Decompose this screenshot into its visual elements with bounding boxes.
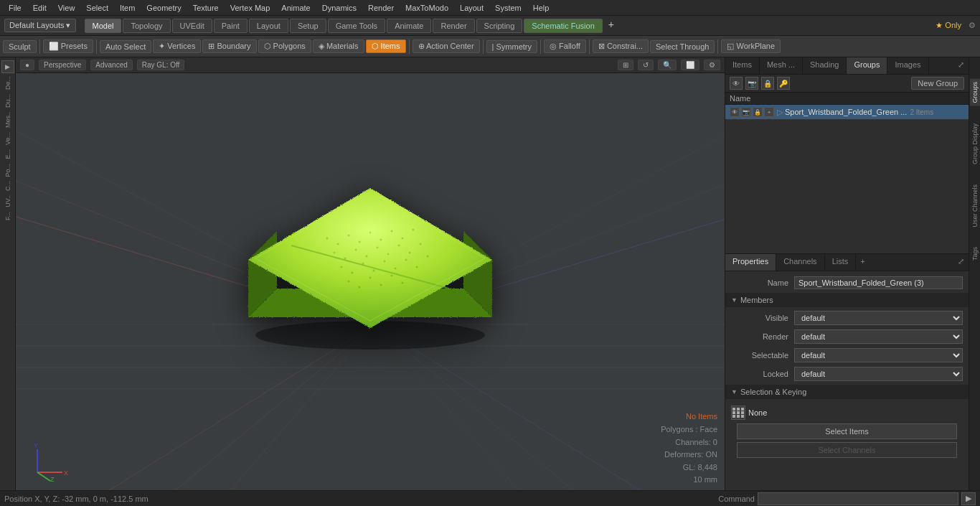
menu-geometry[interactable]: Geometry [141, 2, 187, 14]
expand-props-btn[interactable]: ⤢ [953, 254, 969, 271]
tab-images[interactable]: Images [887, 57, 928, 74]
layout-dropdown[interactable]: Default Layouts ▾ [4, 19, 76, 32]
add-tab-button[interactable]: + [604, 19, 618, 33]
right-label-user-channels[interactable]: User Channels [970, 182, 980, 230]
viewport-dot[interactable]: ● [20, 60, 34, 70]
props-tab-lists[interactable]: Lists [825, 254, 857, 271]
sidebar-label-dup: Du... [4, 93, 11, 109]
menu-file[interactable]: File [3, 2, 27, 14]
right-label-groups[interactable]: Groups [970, 79, 980, 106]
groups-visible-btn[interactable]: 👁 [730, 77, 743, 90]
menu-system[interactable]: System [489, 2, 527, 14]
viewport-icon-grid[interactable]: ⊞ [618, 60, 633, 70]
tab-paint[interactable]: Paint [214, 19, 248, 33]
props-name-input[interactable] [794, 276, 963, 289]
menu-dynamics[interactable]: Dynamics [316, 2, 362, 14]
viewport-canvas[interactable]: No Items Polygons : Face Channels: 0 Def… [16, 73, 725, 490]
viewport-icon-frame[interactable]: ⬜ [681, 60, 699, 70]
group-plus-icon[interactable]: + [764, 107, 774, 117]
constraints-button[interactable]: ⊠ Constrai... [593, 39, 649, 53]
select-through-button[interactable]: Select Through [650, 40, 715, 53]
menu-help[interactable]: Help [527, 2, 555, 14]
menu-item[interactable]: Item [114, 2, 141, 14]
props-members-section[interactable]: ▼ Members [725, 293, 969, 307]
props-name-label: Name [731, 278, 788, 287]
tab-animate[interactable]: Animate [387, 19, 431, 33]
3d-object-wristband[interactable] [220, 145, 521, 362]
command-input-area: Command ▶ [718, 492, 976, 505]
action-center-button[interactable]: ⊕ Action Center [413, 39, 480, 53]
vertices-button[interactable]: ✦ Vertices [153, 39, 201, 53]
group-cam-icon[interactable]: 📷 [741, 107, 751, 117]
menu-render[interactable]: Render [362, 2, 400, 14]
svg-point-32 [344, 257, 347, 259]
falloff-button[interactable]: ◎ Falloff [544, 39, 586, 53]
viewport[interactable]: ● Perspective Advanced Ray GL: Off ⊞ ↺ 🔍… [16, 57, 725, 490]
groups-camera-btn[interactable]: 📷 [745, 77, 758, 90]
viewport-advanced[interactable]: Advanced [90, 60, 132, 70]
tab-groups[interactable]: Groups [847, 57, 887, 74]
keying-collapse-icon: ▼ [731, 388, 738, 395]
sculpt-button[interactable]: Sculpt [3, 40, 37, 53]
tab-game-tools[interactable]: Game Tools [328, 19, 386, 33]
sidebar-expand-btn[interactable]: ▶ [1, 60, 14, 73]
menu-view[interactable]: View [52, 2, 81, 14]
tab-shading[interactable]: Shading [803, 57, 847, 74]
props-visible-select[interactable]: default [794, 311, 963, 325]
expand-panel-btn[interactable]: ⤢ [953, 57, 969, 74]
sidebar-label-poly: Po... [4, 162, 11, 179]
props-selectable-select[interactable]: default [794, 348, 963, 362]
props-tab-channels[interactable]: Channels [776, 254, 824, 271]
new-group-button[interactable]: New Group [911, 77, 964, 90]
command-input[interactable] [758, 492, 958, 505]
tab-scripting[interactable]: Scripting [476, 19, 523, 33]
props-locked-select[interactable]: default [794, 367, 963, 381]
menu-vertex-map[interactable]: Vertex Map [225, 2, 276, 14]
viewport-icon-zoom[interactable]: 🔍 [658, 60, 677, 70]
auto-select-button[interactable]: Auto Select [100, 40, 151, 53]
menu-layout[interactable]: Layout [454, 2, 489, 14]
svg-point-47 [416, 266, 418, 268]
group-lock-icon[interactable]: 🔒 [753, 107, 763, 117]
tab-setup[interactable]: Setup [290, 19, 326, 33]
boundary-button[interactable]: ⊞ Boundary [202, 39, 256, 53]
group-eye-icon[interactable]: 👁 [730, 107, 740, 117]
group-row[interactable]: 👁 📷 🔒 + ▷ Sport_Wristband_Folded_Green .… [725, 105, 969, 120]
tab-layout[interactable]: Layout [249, 19, 288, 33]
toolbar-separator-3 [409, 39, 410, 54]
menu-animate[interactable]: Animate [275, 2, 316, 14]
items-button[interactable]: ⬡ Items [366, 39, 406, 53]
groups-key-btn[interactable]: 🔑 [777, 77, 790, 90]
polygons-button[interactable]: ⬡ Polygons [258, 39, 311, 53]
right-label-tags[interactable]: Tags [970, 244, 980, 263]
right-label-group-display[interactable]: Group Display [970, 121, 980, 167]
menu-maxtomodo[interactable]: MaxToModo [400, 2, 454, 14]
tab-topology[interactable]: Topology [123, 19, 170, 33]
materials-button[interactable]: ◈ Materials [313, 39, 364, 53]
symmetry-button[interactable]: | Symmetry [486, 40, 537, 53]
viewport-header: ● Perspective Advanced Ray GL: Off ⊞ ↺ 🔍… [16, 57, 725, 73]
tab-render[interactable]: Render [433, 19, 474, 33]
menu-texture[interactable]: Texture [187, 2, 225, 14]
command-run-button[interactable]: ▶ [961, 492, 976, 505]
viewport-ray-gl[interactable]: Ray GL: Off [137, 60, 185, 70]
props-render-select[interactable]: default [794, 329, 963, 344]
select-items-button[interactable]: Select Items [737, 423, 957, 439]
viewport-icon-reset[interactable]: ↺ [638, 60, 654, 70]
tab-mesh[interactable]: Mesh ... [760, 57, 803, 74]
props-tab-properties[interactable]: Properties [725, 254, 776, 271]
tab-schematic-fusion[interactable]: Schematic Fusion [524, 19, 602, 33]
add-props-tab-btn[interactable]: + [856, 254, 869, 271]
presets-button[interactable]: ⬜ Presets [43, 39, 93, 53]
menu-edit[interactable]: Edit [27, 2, 52, 14]
viewport-perspective[interactable]: Perspective [39, 60, 86, 70]
groups-lock-btn[interactable]: 🔒 [761, 77, 774, 90]
menu-select[interactable]: Select [80, 2, 114, 14]
tab-model[interactable]: Model [85, 19, 122, 33]
settings-icon[interactable]: ⚙ [969, 21, 976, 30]
props-keying-section[interactable]: ▼ Selection & Keying [725, 385, 969, 399]
workplane-button[interactable]: ◱ WorkPlane [721, 39, 781, 53]
viewport-icon-settings[interactable]: ⚙ [704, 60, 720, 70]
tab-items[interactable]: Items [725, 57, 760, 74]
tab-uvedit[interactable]: UVEdit [172, 19, 212, 33]
